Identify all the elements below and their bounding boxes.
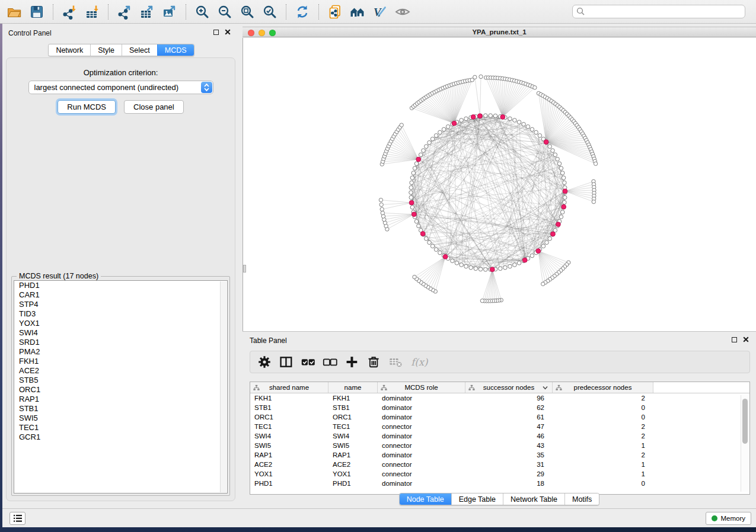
mcds-result-item[interactable]: ACE2 (14, 366, 227, 376)
tab-node-table[interactable]: Node Table (400, 493, 451, 505)
neighbors-icon (350, 4, 365, 20)
export-table-button[interactable] (136, 2, 158, 21)
zoom-out-button[interactable] (214, 2, 235, 21)
tab-mcds[interactable]: MCDS (157, 44, 194, 56)
tab-network[interactable]: Network (49, 44, 90, 56)
table-scrollbar-thumb[interactable] (742, 399, 748, 444)
mcds-result-item[interactable]: RAP1 (14, 395, 227, 404)
tab-style[interactable]: Style (90, 44, 122, 56)
select-all-button[interactable] (300, 354, 317, 370)
table-row[interactable]: PHD1 PHD1 dominator 18 0 (250, 479, 749, 488)
tab-select[interactable]: Select (122, 44, 157, 56)
table-row[interactable]: SWI5 SWI5 connector 43 1 (250, 441, 749, 450)
import-table-button[interactable] (81, 2, 103, 21)
zoom-fit-button[interactable] (237, 2, 258, 21)
float-panel-icon[interactable] (213, 30, 219, 35)
refresh-layout-button[interactable] (292, 2, 313, 21)
mcds-result-item[interactable]: TEC1 (14, 423, 227, 432)
close-panel-button[interactable]: Close panel (124, 100, 184, 114)
mcds-result-item[interactable]: FKH1 (14, 357, 227, 366)
mcds-result-list[interactable]: PHD1CAR1STP4TID3YOX1SWI4SRD1PMA2FKH1ACE2… (14, 280, 228, 493)
mcds-result-item[interactable]: PHD1 (14, 281, 227, 290)
save-session-button[interactable] (26, 2, 47, 21)
select-all-icon (301, 355, 316, 369)
svg-text:f(x): f(x) (411, 357, 429, 368)
mcds-result-item[interactable]: SWI5 (14, 414, 227, 423)
optimization-criterion-label: Optimization criterion: (7, 68, 235, 77)
close-panel-icon[interactable] (225, 29, 231, 35)
tab-edge-table[interactable]: Edge Table (451, 493, 503, 505)
export-image-button[interactable] (159, 2, 180, 21)
table-toolbar: f(x) (250, 351, 750, 373)
float-table-panel-icon[interactable] (732, 337, 737, 342)
column-header-name[interactable]: name (328, 382, 378, 393)
graph-hub-node (478, 114, 483, 118)
mcds-result-item[interactable]: STP4 (14, 300, 227, 309)
tab-network-table[interactable]: Network Table (503, 493, 564, 505)
vizmapper-button[interactable]: V (369, 2, 391, 21)
cell-predecessor-nodes: 1 (553, 470, 653, 477)
criterion-select[interactable]: largest connected component (undirected) (28, 81, 213, 94)
zoom-in-button[interactable] (192, 2, 213, 21)
mcds-result-item[interactable]: STB5 (14, 376, 227, 385)
add-row-button[interactable] (344, 354, 361, 370)
graph-hub-node (443, 254, 448, 259)
cell-shared-name: RAP1 (250, 451, 328, 459)
column-header-successor-nodes[interactable]: successor nodes (465, 382, 553, 393)
column-header-mcds-role[interactable]: MCDS role (378, 382, 465, 393)
settings-button[interactable] (256, 354, 273, 370)
graph-hub-node (522, 258, 527, 262)
export-network-button[interactable] (114, 2, 135, 21)
cell-mcds-role: connector (378, 461, 465, 468)
column-header-predecessor-nodes[interactable]: predecessor nodes (553, 382, 653, 393)
graph-hub-node (471, 115, 476, 120)
table-row[interactable]: SWI4 SWI4 dominator 46 2 (250, 431, 749, 441)
show-hide-icon (395, 4, 410, 20)
network-canvas[interactable] (243, 38, 756, 331)
mcds-list-scrollbar[interactable] (220, 281, 227, 492)
export-table-icon (139, 4, 155, 20)
memory-button[interactable]: Memory (706, 512, 751, 525)
deselect-all-button[interactable] (322, 354, 339, 370)
mcds-result-item[interactable]: PMA2 (14, 347, 227, 357)
table-row[interactable]: STB1 STB1 dominator 62 0 (250, 403, 749, 412)
document-network-button[interactable] (324, 2, 346, 21)
mcds-result-item[interactable]: CAR1 (14, 290, 227, 300)
table-scrollbar[interactable] (741, 395, 748, 492)
table-row[interactable]: TEC1 TEC1 connector 47 2 (250, 422, 749, 431)
mcds-result-item[interactable]: SWI4 (14, 328, 227, 338)
tab-motifs[interactable]: Motifs (564, 493, 599, 505)
open-folder-button[interactable] (4, 2, 25, 21)
select-stepper-icon (201, 82, 212, 93)
run-mcds-button[interactable]: Run MCDS (58, 100, 116, 114)
cell-predecessor-nodes: 0 (553, 414, 653, 421)
column-header-shared-name[interactable]: shared name (250, 382, 328, 393)
task-history-button[interactable] (9, 512, 25, 525)
neighbors-button[interactable] (347, 2, 368, 21)
zoom-selected-button[interactable] (259, 2, 280, 21)
show-hide-button[interactable] (392, 2, 413, 21)
table-row[interactable]: FKH1 FKH1 dominator 96 2 (250, 393, 749, 403)
mcds-result-item[interactable]: ORC1 (14, 385, 227, 395)
table-row[interactable]: ORC1 ORC1 dominator 61 0 (250, 412, 749, 422)
table-row[interactable]: YOX1 YOX1 connector 29 1 (250, 469, 749, 479)
mcds-result-item[interactable]: SRD1 (14, 338, 227, 347)
columns-button[interactable] (278, 354, 295, 370)
table-row[interactable]: RAP1 RAP1 dominator 35 2 (250, 450, 749, 460)
delete-row-button[interactable] (366, 354, 382, 370)
splitter-handle[interactable] (243, 265, 246, 273)
close-table-panel-icon[interactable] (743, 336, 749, 342)
cell-successor-nodes: 35 (465, 451, 553, 459)
mcds-buttons: Run MCDS Close panel (7, 100, 235, 114)
table-row[interactable]: ACE2 ACE2 connector 31 1 (250, 460, 749, 469)
mcds-result-item[interactable]: YOX1 (14, 319, 227, 328)
mcds-result-item[interactable]: GCR1 (14, 432, 227, 442)
cell-mcds-role: dominator (378, 480, 465, 487)
main-toolbar: V (0, 0, 756, 24)
search-input[interactable] (572, 5, 745, 18)
toolbar-group: V (324, 2, 413, 21)
mcds-result-item[interactable]: TID3 (14, 309, 227, 319)
import-network-button[interactable] (59, 2, 80, 21)
cell-mcds-role: dominator (378, 395, 465, 402)
mcds-result-item[interactable]: STB1 (14, 404, 227, 414)
